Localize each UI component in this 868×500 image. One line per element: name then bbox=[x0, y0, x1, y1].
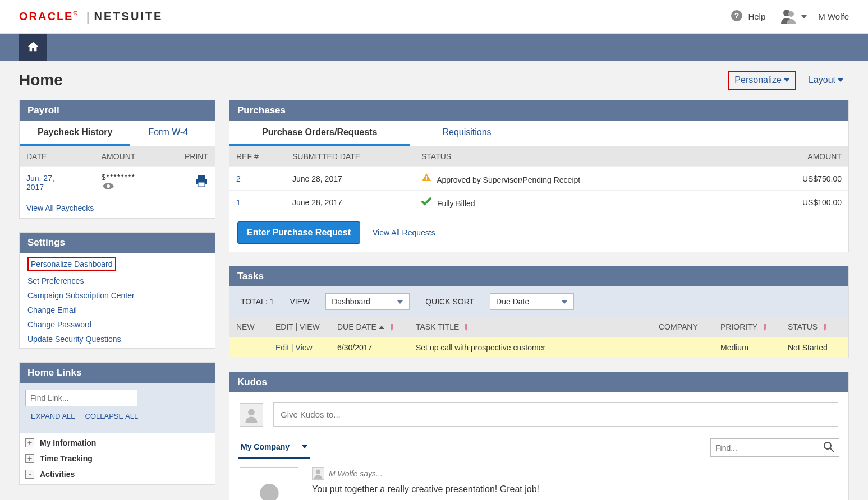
kudos-find-input[interactable] bbox=[715, 443, 823, 452]
settings-item-campaign-subscription[interactable]: Campaign Subscription Center bbox=[27, 291, 207, 300]
table-row: 2 June 28, 2017 Approved by Supervisor/P… bbox=[229, 167, 848, 191]
view-value: Dashboard bbox=[332, 297, 370, 306]
task-view-link[interactable]: View bbox=[296, 343, 313, 352]
settings-item-set-preferences[interactable]: Set Preferences bbox=[27, 276, 207, 285]
collapse-icon[interactable]: - bbox=[25, 470, 34, 479]
quicksort-select[interactable]: Due Date bbox=[490, 293, 574, 310]
task-status-cell: Not Started bbox=[781, 337, 848, 358]
svg-line-15 bbox=[830, 448, 834, 452]
tree-label: Activities bbox=[40, 470, 75, 479]
collapse-all-link[interactable]: COLLAPSE ALL bbox=[85, 412, 139, 420]
tree-item-activities[interactable]: - Activities bbox=[20, 466, 215, 482]
col-priority[interactable]: PRIORITY bbox=[714, 317, 781, 337]
layout-label: Layout bbox=[809, 75, 835, 85]
sort-asc-icon bbox=[379, 326, 384, 329]
view-label: VIEW bbox=[290, 297, 310, 306]
help-button[interactable]: ? Help bbox=[730, 9, 765, 24]
settings-header: Settings bbox=[20, 233, 215, 253]
kudos-filter-label: My Company bbox=[241, 442, 290, 451]
svg-rect-12 bbox=[824, 324, 826, 329]
tab-form-w4[interactable]: Form W-4 bbox=[130, 121, 206, 146]
svg-rect-10 bbox=[465, 324, 467, 329]
col-title[interactable]: TASK TITLE bbox=[409, 317, 652, 337]
task-edit-link[interactable]: Edit bbox=[275, 343, 289, 352]
expand-all-link[interactable]: EXPAND ALL bbox=[31, 412, 75, 420]
col-print: PRINT bbox=[162, 146, 215, 167]
settings-item-change-email[interactable]: Change Email bbox=[27, 305, 207, 314]
tree-item-time-tracking[interactable]: + Time Tracking bbox=[20, 451, 215, 466]
tasks-portlet: Tasks TOTAL: 1 VIEW Dashboard QUICK SORT… bbox=[229, 266, 849, 358]
personalize-label: Personalize bbox=[734, 75, 782, 85]
chevron-down-icon bbox=[302, 445, 307, 448]
col-new: NEW bbox=[229, 317, 269, 337]
svg-point-13 bbox=[248, 409, 255, 415]
settings-item-update-security-questions[interactable]: Update Security Questions bbox=[27, 335, 207, 344]
submitted-cell: June 28, 2017 bbox=[286, 167, 415, 191]
paycheck-date-link[interactable]: Jun. 27, 2017 bbox=[26, 174, 66, 192]
personalize-button[interactable]: Personalize bbox=[728, 71, 796, 90]
search-icon[interactable] bbox=[823, 441, 834, 454]
chevron-down-icon bbox=[838, 78, 843, 82]
col-date: DATE bbox=[20, 146, 95, 167]
avatar-icon bbox=[779, 8, 797, 25]
view-all-paychecks-link[interactable]: View All Paychecks bbox=[26, 203, 94, 212]
print-icon[interactable] bbox=[195, 180, 208, 189]
col-amount: AMOUNT bbox=[95, 146, 162, 167]
svg-rect-11 bbox=[764, 324, 766, 329]
col-status[interactable]: STATUS bbox=[781, 317, 848, 337]
user-menu[interactable]: M Wolfe bbox=[779, 8, 849, 25]
expand-icon[interactable]: + bbox=[25, 454, 34, 463]
tab-paycheck-history[interactable]: Paycheck History bbox=[20, 121, 130, 146]
view-select[interactable]: Dashboard bbox=[325, 293, 410, 310]
settings-item-change-password[interactable]: Change Password bbox=[27, 320, 207, 329]
help-icon: ? bbox=[730, 9, 743, 24]
pencil-icon bbox=[822, 323, 828, 331]
nav-ribbon bbox=[0, 34, 868, 61]
page-title: Home bbox=[19, 71, 63, 89]
task-title-cell: Set up call with prospective customer bbox=[409, 337, 652, 358]
logo-oracle: ORACLE® bbox=[19, 10, 79, 23]
tab-requisitions[interactable]: Requisitions bbox=[410, 121, 523, 146]
table-row: Jun. 27, 2017 $******** bbox=[20, 167, 215, 198]
settings-portlet: Settings Personalize Dashboard Set Prefe… bbox=[19, 232, 215, 349]
tree-label: My Information bbox=[40, 438, 96, 447]
ref-link[interactable]: 1 bbox=[236, 198, 241, 207]
avatar-icon bbox=[240, 403, 263, 427]
kudos-filter-mycompany[interactable]: My Company bbox=[238, 437, 310, 459]
help-label: Help bbox=[748, 12, 765, 21]
enter-purchase-request-button[interactable]: Enter Purchase Request bbox=[237, 221, 360, 244]
warning-icon bbox=[421, 173, 431, 183]
expand-icon[interactable]: + bbox=[25, 438, 34, 447]
table-row: Edit | View 6/30/2017 Set up call with p… bbox=[229, 337, 848, 358]
chevron-down-icon bbox=[784, 78, 789, 82]
kudos-find-box[interactable] bbox=[710, 438, 839, 457]
svg-rect-8 bbox=[426, 179, 427, 180]
view-all-requests-link[interactable]: View All Requests bbox=[373, 228, 435, 237]
reveal-icon[interactable] bbox=[102, 183, 115, 192]
col-due[interactable]: DUE DATE bbox=[330, 317, 409, 337]
quicksort-value: Due Date bbox=[496, 297, 529, 306]
chevron-down-icon bbox=[561, 300, 568, 304]
table-row: 1 June 28, 2017 Fully Billed US$100.00 bbox=[229, 191, 848, 214]
submitted-cell: June 28, 2017 bbox=[286, 191, 415, 214]
settings-item-personalize-dashboard[interactable]: Personalize Dashboard bbox=[27, 257, 116, 271]
post-author: M Wolfe bbox=[329, 469, 357, 478]
total-label: TOTAL: bbox=[241, 297, 268, 306]
layout-button[interactable]: Layout bbox=[803, 72, 849, 89]
find-link-input[interactable] bbox=[25, 390, 137, 406]
col-editview: EDIT | VIEW bbox=[269, 317, 330, 337]
pencil-icon bbox=[762, 323, 768, 331]
ref-link[interactable]: 2 bbox=[236, 174, 241, 183]
svg-text:?: ? bbox=[734, 11, 740, 20]
payroll-header: Payroll bbox=[20, 100, 215, 121]
nav-home-button[interactable] bbox=[19, 34, 47, 61]
total-value: 1 bbox=[270, 297, 274, 306]
kudos-input[interactable] bbox=[273, 402, 838, 427]
post-message: You put together a really creative prese… bbox=[312, 484, 838, 494]
tab-purchase-orders[interactable]: Purchase Orders/Requests bbox=[229, 121, 410, 146]
svg-point-14 bbox=[824, 442, 831, 449]
tree-item-my-information[interactable]: + My Information bbox=[20, 435, 215, 451]
col-submitted: SUBMITTED DATE bbox=[286, 146, 415, 167]
homelinks-header: Home Links bbox=[20, 363, 215, 383]
username: M Wolfe bbox=[818, 12, 849, 21]
